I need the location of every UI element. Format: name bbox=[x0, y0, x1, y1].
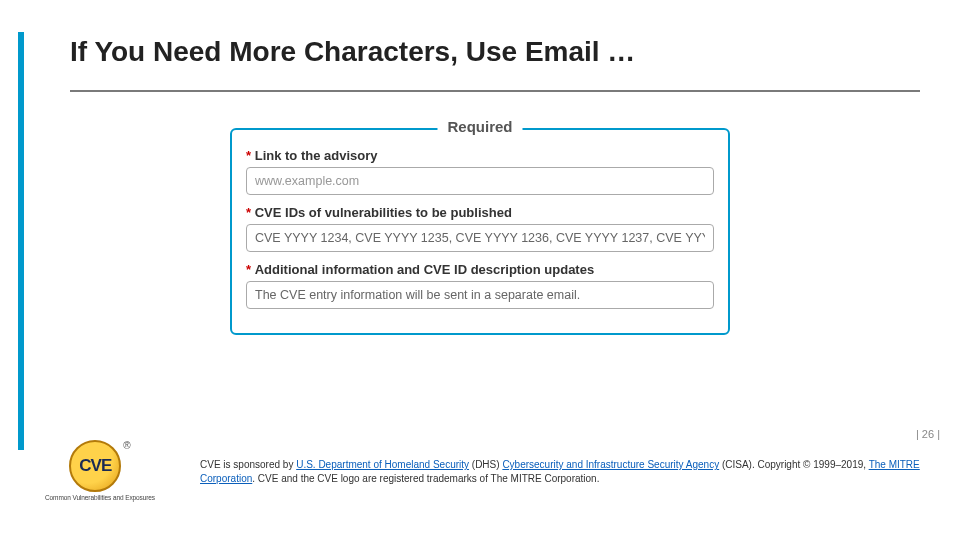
field-additional-info: * Additional information and CVE ID desc… bbox=[246, 262, 714, 309]
accent-bar bbox=[18, 32, 24, 450]
form-legend: Required bbox=[437, 118, 522, 135]
cve-logo-mark: CVE bbox=[69, 440, 121, 492]
cve-logo-subtitle: Common Vulnerabilities and Exposures bbox=[40, 494, 160, 501]
footer-text: CVE is sponsored by U.S. Department of H… bbox=[200, 458, 920, 485]
field-link-advisory: * Link to the advisory bbox=[246, 148, 714, 195]
required-form: Required * Link to the advisory * CVE ID… bbox=[230, 128, 730, 335]
required-asterisk: * bbox=[246, 262, 251, 277]
label-link-advisory: * Link to the advisory bbox=[246, 148, 714, 163]
page-number: | 26 | bbox=[916, 428, 940, 440]
required-asterisk: * bbox=[246, 148, 251, 163]
textarea-additional-info[interactable]: The CVE entry information will be sent i… bbox=[246, 281, 714, 309]
title-divider bbox=[70, 90, 920, 92]
link-cisa[interactable]: Cybersecurity and Infrastructure Securit… bbox=[502, 459, 719, 470]
label-additional-info: * Additional information and CVE ID desc… bbox=[246, 262, 714, 277]
label-cve-ids: * CVE IDs of vulnerabilities to be publi… bbox=[246, 205, 714, 220]
slide-title: If You Need More Characters, Use Email … bbox=[70, 36, 635, 68]
required-asterisk: * bbox=[246, 205, 251, 220]
field-cve-ids: * CVE IDs of vulnerabilities to be publi… bbox=[246, 205, 714, 252]
registered-mark: ® bbox=[123, 440, 130, 451]
cve-logo: CVE® Common Vulnerabilities and Exposure… bbox=[40, 440, 160, 501]
input-cve-ids[interactable] bbox=[246, 224, 714, 252]
input-link-advisory[interactable] bbox=[246, 167, 714, 195]
link-dhs[interactable]: U.S. Department of Homeland Security bbox=[296, 459, 469, 470]
